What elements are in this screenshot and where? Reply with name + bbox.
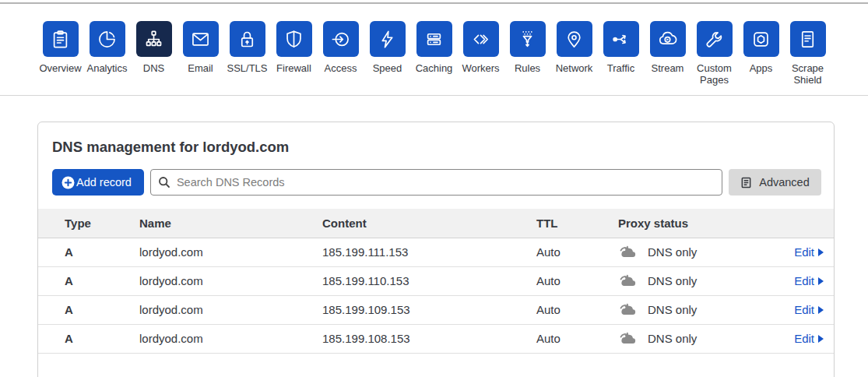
- dns-only-cloud-icon: [618, 245, 639, 259]
- proxy-status: DNS only: [618, 332, 764, 345]
- dns-icon: [136, 21, 172, 57]
- nav-label: Overview: [39, 62, 81, 74]
- nav-item-email[interactable]: Email: [177, 21, 224, 86]
- advanced-button[interactable]: Advanced: [729, 169, 821, 196]
- nav-item-overview[interactable]: Overview: [37, 21, 84, 86]
- apps-icon: [743, 21, 779, 57]
- table-row: Alordyod.com185.199.108.153AutoDNS onlyE…: [38, 324, 834, 353]
- nav-item-stream[interactable]: Stream: [645, 21, 691, 86]
- table-row: Alordyod.com185.199.110.153AutoDNS onlyE…: [38, 266, 834, 295]
- nav-item-traffic[interactable]: Traffic: [598, 21, 645, 86]
- nav-item-speed[interactable]: Speed: [364, 21, 411, 86]
- edit-label: Edit: [794, 332, 814, 345]
- nav-item-caching[interactable]: Caching: [411, 21, 458, 86]
- page-content: DNS management for lordyod.com Add recor…: [0, 96, 868, 377]
- stream-icon: [650, 21, 686, 57]
- dns-controls: Add record Advanced: [52, 169, 821, 196]
- nav-label: Scrape Shield: [785, 62, 831, 86]
- nav-label: SSL/TLS: [227, 62, 267, 74]
- document-list-icon: [740, 177, 752, 188]
- proxy-status: DNS only: [618, 274, 764, 287]
- nav-label: Email: [188, 62, 213, 74]
- proxy-status-label: DNS only: [648, 245, 697, 259]
- nav-label: Firewall: [276, 62, 311, 74]
- nav-item-access[interactable]: Access: [318, 21, 364, 86]
- record-name: lordyod.com: [139, 266, 322, 295]
- proxy-status-label: DNS only: [648, 303, 697, 316]
- edit-label: Edit: [794, 303, 814, 316]
- proxy-status: DNS only: [618, 303, 764, 316]
- nav-item-analytics[interactable]: Analytics: [84, 21, 131, 86]
- nav-label: Analytics: [86, 62, 127, 74]
- edit-record-link[interactable]: Edit: [794, 245, 824, 259]
- edit-record-link[interactable]: Edit: [794, 274, 824, 287]
- header-ttl: TTL: [536, 209, 618, 238]
- record-name: lordyod.com: [139, 295, 322, 324]
- title-prefix: DNS management for: [52, 139, 202, 155]
- proxy-status-label: DNS only: [648, 274, 697, 287]
- nav-item-ssl-tls[interactable]: SSL/TLS: [224, 21, 271, 86]
- nav-item-firewall[interactable]: Firewall: [271, 21, 318, 86]
- table-header-row: Type Name Content TTL Proxy status: [38, 209, 834, 238]
- ssl-tls-icon: [230, 21, 265, 57]
- plus-circle-icon: [61, 176, 75, 189]
- chevron-right-icon: [818, 335, 824, 343]
- table-row: Alordyod.com185.199.111.153AutoDNS onlyE…: [38, 238, 834, 266]
- record-name: lordyod.com: [139, 238, 322, 266]
- nav-label: DNS: [143, 62, 164, 74]
- nav-item-scrape-shield[interactable]: Scrape Shield: [785, 21, 831, 86]
- chevron-right-icon: [818, 306, 824, 314]
- domain-name: lordyod.com: [202, 139, 289, 155]
- chevron-right-icon: [818, 248, 824, 256]
- email-icon: [183, 21, 219, 57]
- proxy-status: DNS only: [618, 245, 764, 259]
- record-content: 185.199.109.153: [322, 295, 536, 324]
- speed-icon: [370, 21, 406, 57]
- dns-only-cloud-icon: [618, 274, 639, 287]
- app-nav: Overview Analytics DNS Email SSL/TLS Fir…: [0, 4, 868, 96]
- custom-pages-icon: [697, 21, 733, 57]
- nav-label: Traffic: [607, 62, 634, 74]
- header-proxy-status: Proxy status: [618, 209, 764, 238]
- nav-label: Caching: [416, 62, 453, 74]
- search-dns-input[interactable]: [150, 169, 722, 196]
- add-record-button[interactable]: Add record: [52, 169, 144, 196]
- add-record-label: Add record: [76, 176, 132, 188]
- nav-item-apps[interactable]: Apps: [738, 21, 785, 86]
- advanced-label: Advanced: [759, 176, 810, 188]
- dns-search: [150, 169, 722, 196]
- record-type: A: [38, 266, 139, 295]
- nav-item-rules[interactable]: Rules: [504, 21, 551, 86]
- proxy-status-label: DNS only: [648, 332, 697, 345]
- record-ttl: Auto: [536, 324, 618, 353]
- edit-label: Edit: [794, 245, 814, 259]
- nav-item-network[interactable]: Network: [551, 21, 598, 86]
- nav-item-dns[interactable]: DNS: [131, 21, 177, 86]
- record-ttl: Auto: [536, 266, 618, 295]
- nav-label: Access: [325, 62, 357, 74]
- table-row: Alordyod.com185.199.109.153AutoDNS onlyE…: [38, 295, 834, 324]
- nav-label: Rules: [515, 62, 540, 74]
- edit-record-link[interactable]: Edit: [794, 303, 824, 316]
- header-type: Type: [38, 209, 139, 238]
- record-ttl: Auto: [536, 238, 618, 266]
- access-icon: [323, 21, 359, 57]
- dns-records-table: Type Name Content TTL Proxy status Alord…: [38, 209, 834, 354]
- record-type: A: [38, 324, 139, 353]
- nav-label: Stream: [652, 62, 684, 74]
- dns-only-cloud-icon: [618, 332, 639, 345]
- record-ttl: Auto: [536, 295, 618, 324]
- record-name: lordyod.com: [139, 324, 322, 353]
- nav-item-workers[interactable]: Workers: [458, 21, 504, 86]
- edit-label: Edit: [794, 274, 814, 287]
- dns-management-card: DNS management for lordyod.com Add recor…: [37, 122, 835, 377]
- nav-label: Workers: [462, 62, 499, 74]
- analytics-icon: [90, 21, 125, 57]
- edit-record-link[interactable]: Edit: [794, 332, 824, 345]
- chevron-right-icon: [818, 277, 824, 285]
- search-icon: [158, 176, 170, 188]
- scrape-shield-icon: [790, 21, 826, 57]
- nav-item-custom-pages[interactable]: Custom Pages: [691, 21, 738, 86]
- firewall-icon: [276, 21, 312, 57]
- page-title: DNS management for lordyod.com: [38, 122, 834, 156]
